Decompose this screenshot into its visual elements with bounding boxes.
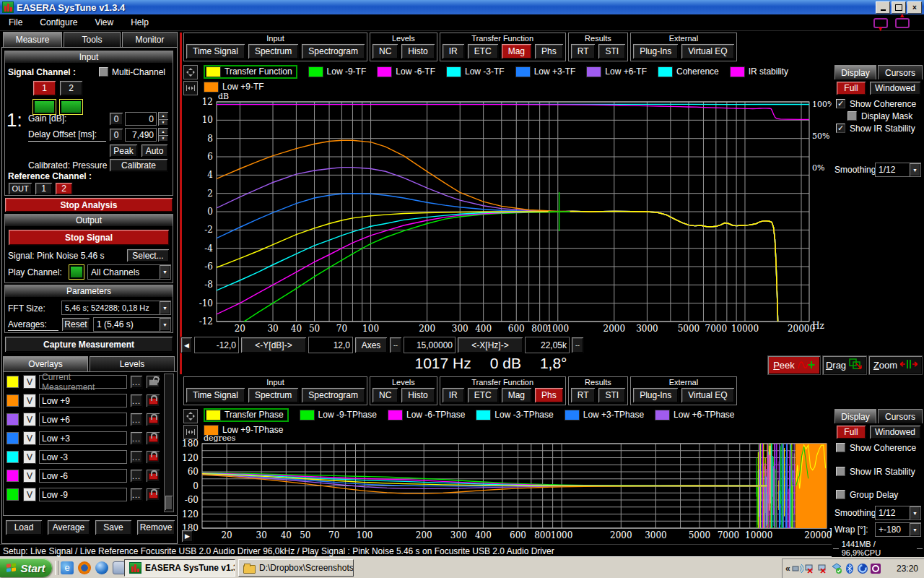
average-button[interactable]: Average — [47, 519, 90, 535]
toolbar-button-time-signal[interactable]: Time Signal — [186, 387, 245, 403]
toolbar-button-histo[interactable]: Histo — [401, 387, 435, 403]
lock-closed-icon[interactable] — [146, 394, 160, 407]
legend-item-low-plus6-tf[interactable]: Low +6-TF — [586, 66, 647, 77]
gain-spinner[interactable]: ▲▼ — [158, 112, 168, 126]
overlay-name-field[interactable]: Low -3 — [39, 450, 127, 464]
overlay-options-button[interactable]: ... — [130, 394, 143, 407]
overlay-visible-button[interactable]: V — [23, 394, 36, 407]
tab-display[interactable]: Display — [834, 65, 876, 79]
full-button[interactable]: Full — [836, 425, 866, 439]
tray-app-icon-c[interactable] — [857, 563, 868, 574]
overlay-options-button[interactable]: ... — [130, 431, 143, 445]
select-signal-button[interactable]: Select... — [126, 249, 170, 262]
tab-monitor[interactable]: Monitor — [122, 32, 178, 47]
network-status-icon[interactable] — [792, 563, 803, 574]
overlay-visible-button[interactable]: V — [23, 488, 36, 501]
magnitude-chart[interactable]: 2030405070100200300400600800100020003000… — [182, 92, 832, 338]
zoom-mode-button[interactable]: Zoom — [868, 355, 923, 375]
auto-button[interactable]: Auto — [141, 144, 168, 158]
signal-channel-2-button[interactable]: 2 — [59, 80, 83, 96]
task-button-2[interactable]: D:\Dropbox\Screenshots — [238, 559, 354, 577]
overlay-visible-button[interactable]: V — [23, 431, 36, 445]
overlay-visible-button[interactable]: V — [23, 413, 36, 426]
toolbar-button-spectrogram[interactable]: Spectrogram — [301, 387, 365, 403]
toolbar-button-plug-ins[interactable]: Plug-Ins — [632, 387, 679, 403]
menu-item-configure[interactable]: Configure — [31, 17, 86, 27]
close-button[interactable]: × — [907, 1, 922, 14]
dropbox-icon[interactable] — [831, 563, 842, 574]
full-button[interactable]: Full — [836, 81, 866, 95]
delay-slider[interactable] — [28, 141, 106, 142]
tab-tools[interactable]: Tools — [64, 32, 121, 47]
y-max-field[interactable]: 12,0 — [308, 337, 353, 353]
toolbar-button-histo[interactable]: Histo — [401, 43, 435, 59]
delay-value-field[interactable]: 7,490 — [125, 128, 157, 142]
tab-levels[interactable]: Levels — [90, 356, 175, 371]
pan-move-icon[interactable] — [183, 65, 198, 79]
load-button[interactable]: Load — [5, 519, 43, 535]
calibrate-button[interactable]: Calibrate — [109, 158, 168, 172]
lock-closed-icon[interactable] — [146, 469, 160, 483]
peak-button[interactable]: Peak — [109, 144, 138, 158]
toolbar-button-mag[interactable]: Mag — [501, 43, 532, 59]
tab-measure[interactable]: Measure — [3, 32, 62, 47]
toolbar-button-spectrum[interactable]: Spectrum — [248, 43, 299, 59]
toolbar-button-nc[interactable]: NC — [372, 43, 398, 59]
fft-size-select[interactable]: 5,46 s; 524288; 0,18 Hz▼ — [61, 301, 171, 315]
overlay-visible-button[interactable]: V — [23, 469, 36, 483]
legend-item-low-3-tphase[interactable]: Low -3-TPhase — [476, 410, 553, 420]
scroll-left-button[interactable]: ◀ — [180, 337, 193, 353]
toolbar-button-spectrogram[interactable]: Spectrogram — [301, 43, 365, 59]
output-level-icon[interactable]: ▲ — [895, 18, 910, 28]
pan-move-icon[interactable] — [183, 409, 198, 423]
tab-display[interactable]: Display — [834, 409, 876, 423]
stop-analysis-button[interactable]: Stop Analysis — [4, 197, 173, 212]
legend-item-low-plus9-tf[interactable]: Low +9-TF — [204, 82, 264, 92]
checkbox-show-ir-stability[interactable] — [836, 124, 845, 133]
legend-item-low-plus3-tf[interactable]: Low +3-TF — [515, 66, 576, 77]
lock-closed-icon[interactable] — [146, 488, 160, 501]
reference-out-button[interactable]: OUT — [8, 182, 32, 195]
menu-item-help[interactable]: Help — [122, 17, 157, 27]
checkbox-show-ir-stability[interactable] — [836, 467, 845, 476]
wrap-select[interactable]: +-180▼ — [875, 522, 921, 537]
firefox-icon[interactable] — [78, 561, 91, 574]
toolbar-button-time-signal[interactable]: Time Signal — [186, 43, 245, 59]
network-disconnected-icon[interactable]: ✕ — [805, 563, 816, 574]
tray-app-icon-o[interactable] — [870, 563, 881, 574]
overlay-name-field[interactable]: Low +6 — [39, 413, 127, 426]
legend-item-low-9-tf[interactable]: Low -9-TF — [308, 66, 367, 77]
stop-signal-button[interactable]: Stop Signal — [8, 229, 170, 246]
multi-channel-checkbox[interactable] — [99, 67, 108, 77]
peek-mode-button[interactable]: Peek — [767, 355, 821, 375]
overlay-options-button[interactable]: ... — [130, 413, 143, 426]
averages-slider[interactable] — [8, 330, 58, 331]
menu-item-file[interactable]: File — [0, 17, 31, 27]
toolbar-button-ir[interactable]: IR — [442, 43, 465, 59]
internet-explorer-icon[interactable]: e — [61, 561, 74, 574]
overlay-options-button[interactable]: ... — [130, 488, 143, 501]
axes-button[interactable]: Axes — [354, 337, 388, 353]
menu-item-view[interactable]: View — [86, 17, 122, 27]
toolbar-button-spectrum[interactable]: Spectrum — [248, 387, 299, 403]
bluetooth-icon[interactable] — [844, 563, 855, 574]
network-disconnected-icon[interactable]: ✕ — [818, 563, 829, 574]
gain-offset-button[interactable]: 0 — [109, 112, 123, 126]
toolbar-button-sti[interactable]: STI — [598, 43, 626, 59]
toolbar-button-etc[interactable]: ETC — [467, 43, 499, 59]
toolbar-button-virtual-eq[interactable]: Virtual EQ — [681, 43, 734, 59]
reference-2-button[interactable]: 2 — [55, 182, 73, 195]
delay-offset-button[interactable]: 0 — [109, 128, 123, 142]
drag-mode-button[interactable]: Drag — [822, 355, 867, 375]
phase-chart[interactable]: 2030405070100200300400600800100020003000… — [182, 432, 846, 544]
input-level-icon[interactable]: ▼ — [873, 18, 888, 28]
toolbar-button-virtual-eq[interactable]: Virtual EQ — [681, 387, 734, 403]
task-button-1[interactable]: EASERA SysTune v1.3... — [124, 559, 235, 577]
tray-chevron-icon[interactable]: « — [785, 564, 790, 574]
smoothing-select[interactable]: 1/12▼ — [875, 163, 921, 177]
scrollbar-thumb[interactable] — [165, 496, 173, 510]
overlay-visible-button[interactable]: V — [23, 450, 36, 464]
legend-item-low-6-tf[interactable]: Low -6-TF — [377, 66, 435, 77]
delay-spinner[interactable]: ▲▼ — [158, 128, 168, 142]
overlay-name-field[interactable]: Current Measurement — [39, 375, 127, 389]
